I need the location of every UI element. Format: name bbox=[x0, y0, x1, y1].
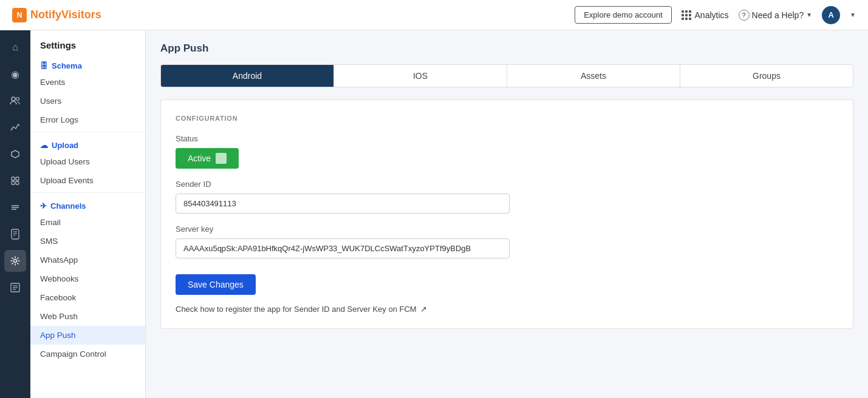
status-toggle-icon bbox=[216, 153, 227, 164]
svg-point-1 bbox=[16, 98, 19, 101]
navbar-left: N NotifyVisitors bbox=[12, 8, 101, 22]
sidebar-item-users[interactable]: Users bbox=[30, 92, 145, 110]
web-push-label: Web Push bbox=[40, 312, 78, 321]
upload-users-label: Upload Users bbox=[40, 157, 90, 166]
help-label: Need a Help? bbox=[752, 10, 804, 20]
android-tab[interactable]: Android bbox=[161, 65, 334, 87]
svg-point-14 bbox=[14, 260, 17, 263]
sidebar-item-webhooks[interactable]: Webhooks bbox=[30, 269, 145, 288]
status-button[interactable]: Active bbox=[176, 148, 239, 169]
webhooks-label: Webhooks bbox=[40, 274, 79, 283]
status-btn-label: Active bbox=[188, 153, 211, 163]
events-label: Events bbox=[40, 78, 65, 87]
page-title: App Push bbox=[160, 42, 853, 55]
sidebar-icon-segments[interactable] bbox=[4, 143, 26, 165]
tabs-bar: Android IOS Assets Groups bbox=[160, 64, 853, 87]
sender-id-field-group: Sender ID bbox=[176, 180, 838, 214]
navbar: N NotifyVisitors Explore demo account An… bbox=[0, 0, 868, 30]
sidebar-icon-analytics[interactable] bbox=[4, 116, 26, 138]
grid-icon bbox=[682, 10, 691, 20]
main-layout: ⌂ ◉ Settings 🗄 Schema bbox=[0, 30, 868, 398]
logo-icon: N bbox=[12, 8, 27, 22]
sidebar-icon-apps[interactable] bbox=[4, 223, 26, 245]
whatsapp-label: WhatsApp bbox=[40, 255, 78, 265]
sidebar-item-upload-events[interactable]: Upload Events bbox=[30, 171, 145, 190]
sidebar-icon-reports[interactable] bbox=[4, 277, 26, 298]
upload-icon: ☁ bbox=[40, 141, 48, 150]
sidebar-item-app-push[interactable]: App Push bbox=[30, 326, 145, 345]
explore-demo-button[interactable]: Explore demo account bbox=[575, 6, 671, 24]
navbar-right: Explore demo account Analytics ? Need a … bbox=[575, 6, 856, 24]
channels-icon: ✈ bbox=[40, 201, 47, 211]
svg-marker-2 bbox=[12, 150, 19, 158]
sidebar-item-events[interactable]: Events bbox=[30, 73, 145, 92]
chevron-down-icon: ▼ bbox=[806, 12, 812, 18]
sender-id-label: Sender ID bbox=[176, 180, 838, 189]
icon-sidebar: ⌂ ◉ bbox=[0, 30, 30, 398]
server-key-label: Server key bbox=[176, 224, 838, 234]
help-link[interactable]: ? Need a Help? ▼ bbox=[739, 10, 813, 21]
user-chevron-icon: ▼ bbox=[850, 12, 856, 18]
divider-1 bbox=[30, 132, 145, 132]
sidebar-title: Settings bbox=[30, 30, 145, 55]
sidebar-item-web-push[interactable]: Web Push bbox=[30, 307, 145, 326]
analytics-label: Analytics bbox=[695, 10, 729, 20]
ios-tab[interactable]: IOS bbox=[334, 65, 507, 87]
sidebar-item-whatsapp[interactable]: WhatsApp bbox=[30, 251, 145, 269]
fcm-link-text: Check how to register the app for Sender… bbox=[176, 305, 417, 314]
sidebar-icon-home[interactable]: ⌂ bbox=[4, 36, 26, 58]
config-section-label: CONFIGURATION bbox=[176, 115, 838, 122]
status-label: Status bbox=[176, 134, 838, 143]
svg-rect-4 bbox=[16, 177, 19, 180]
svg-rect-3 bbox=[12, 177, 15, 180]
sender-id-input[interactable] bbox=[176, 194, 510, 214]
fcm-link[interactable]: Check how to register the app for Sender… bbox=[176, 305, 838, 314]
external-link-icon: ↗ bbox=[420, 305, 427, 314]
user-avatar[interactable]: A bbox=[822, 6, 840, 24]
svg-rect-10 bbox=[12, 229, 19, 239]
sidebar-icon-campaign[interactable]: ◉ bbox=[4, 63, 26, 85]
text-sidebar: Settings 🗄 Schema Events Users Error Log… bbox=[30, 30, 146, 398]
server-key-input[interactable] bbox=[176, 238, 510, 258]
sidebar-icon-settings[interactable] bbox=[4, 250, 26, 272]
content-area: App Push Android IOS Assets Groups CONFI… bbox=[146, 30, 868, 398]
sidebar-schema-header[interactable]: 🗄 Schema bbox=[30, 55, 145, 73]
users-label: Users bbox=[40, 96, 61, 106]
groups-tab[interactable]: Groups bbox=[680, 65, 853, 87]
sidebar-upload-header[interactable]: ☁ Upload bbox=[30, 135, 145, 152]
divider-2 bbox=[30, 192, 145, 193]
campaign-control-label: Campaign Control bbox=[40, 349, 106, 359]
svg-rect-6 bbox=[16, 181, 19, 184]
sidebar-item-upload-users[interactable]: Upload Users bbox=[30, 152, 145, 171]
sms-label: SMS bbox=[40, 237, 58, 246]
sidebar-item-campaign-control[interactable]: Campaign Control bbox=[30, 345, 145, 363]
svg-rect-5 bbox=[12, 181, 15, 184]
sidebar-item-sms[interactable]: SMS bbox=[30, 232, 145, 251]
facebook-label: Facebook bbox=[40, 293, 76, 302]
save-changes-button[interactable]: Save Changes bbox=[176, 274, 256, 295]
error-logs-label: Error Logs bbox=[40, 115, 78, 124]
help-icon: ? bbox=[739, 10, 750, 21]
server-key-field-group: Server key bbox=[176, 224, 838, 258]
logo-text: NotifyVisitors bbox=[30, 8, 101, 21]
sidebar-icon-messages[interactable] bbox=[4, 197, 26, 218]
assets-tab[interactable]: Assets bbox=[507, 65, 680, 87]
sidebar-icon-users[interactable] bbox=[4, 90, 26, 112]
sidebar-item-facebook[interactable]: Facebook bbox=[30, 288, 145, 307]
email-label: Email bbox=[40, 218, 61, 227]
upload-events-label: Upload Events bbox=[40, 176, 94, 185]
sidebar-item-error-logs[interactable]: Error Logs bbox=[30, 110, 145, 129]
status-field-group: Status Active bbox=[176, 134, 838, 169]
app-push-label: App Push bbox=[40, 331, 76, 340]
svg-point-0 bbox=[12, 97, 15, 101]
schema-icon: 🗄 bbox=[40, 61, 48, 70]
sidebar-item-email[interactable]: Email bbox=[30, 213, 145, 232]
analytics-link[interactable]: Analytics bbox=[682, 10, 729, 20]
sidebar-icon-channels[interactable] bbox=[4, 170, 26, 192]
sidebar-channels-header[interactable]: ✈ Channels bbox=[30, 195, 145, 213]
config-card: CONFIGURATION Status Active Sender ID Se… bbox=[160, 100, 853, 329]
